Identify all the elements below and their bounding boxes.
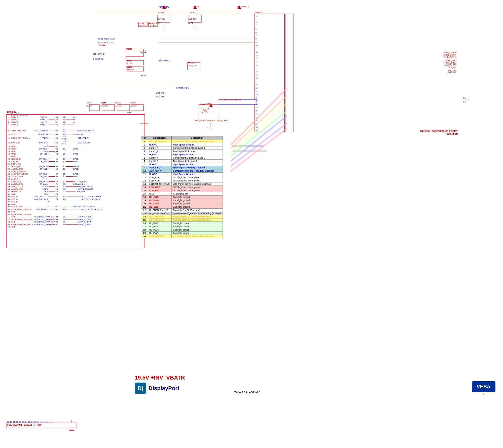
table-ref: Table 5-3 in eDP v1.2 (234, 391, 261, 394)
table-header-pin: Pin (141, 136, 148, 140)
table-row: 20BL_GNDBacklight ground (141, 202, 223, 205)
bat54-label: BAT54 (140, 51, 146, 53)
cell-pin-25: 25 (141, 218, 148, 222)
cell-desc-9: True Signal Auxiliary Channel (172, 166, 223, 169)
cell-desc-14: LCD Panel Self Test Enable(Optional) (172, 182, 223, 186)
cell-pin-19: 19 (141, 199, 148, 202)
g2-label: G2 (463, 101, 466, 103)
r2108-value: 2K_5% (126, 62, 132, 64)
cell-signal-16: LCD_GND (148, 189, 172, 192)
vesa-box: VESA (472, 381, 495, 392)
r2186-label: R2186 (149, 22, 155, 24)
cell-pin-4: 4 (141, 150, 148, 153)
cell-desc-21: Backlight ground (172, 205, 223, 209)
cell-pin-23: 23 (141, 212, 148, 215)
cell-pin-27: 27 (141, 225, 148, 228)
table-row: 17HPDHPD signal pin (141, 192, 223, 196)
r2109-label: R2109 (126, 66, 132, 68)
cell-signal-13: LCD_VCC (148, 179, 172, 182)
cell-pin-20: 20 (141, 202, 148, 205)
cell-pin-11: 11 (141, 173, 148, 176)
lvds-signals: LVDSA_DATA#0 LVDSA_DATA#2 LVDSA_DATA#1 L… (443, 52, 456, 73)
cell-signal-22: BL ENABLE or NC (148, 209, 172, 212)
cell-desc-8: High Speed Ground (172, 163, 223, 166)
v5vkbl: +5VKBL (98, 44, 106, 46)
cn2007-bus-dots (11, 115, 27, 116)
cell-pin-5: 5 (141, 153, 148, 156)
c2142-label: C2142 (158, 11, 164, 14)
cell-signal-30: K_RESERVED (148, 235, 172, 238)
cell-pin-3: 3 (141, 146, 148, 150)
camera-on: CAMERA_ON (176, 87, 189, 89)
cell-pin-12: 12 (141, 176, 148, 179)
cell-desc-17: HPD signal pin (172, 192, 223, 196)
cell-pin-2: 2 (141, 143, 148, 146)
table-row: 15LCD_GNDLCD logic and driver ground (141, 186, 223, 189)
cell-pin-16: 16 (141, 189, 148, 192)
cell-desc-22: Backlight On/Off (Optional) (172, 209, 223, 212)
inv-vbatr-power: +INV_VBATR (237, 6, 249, 8)
c2141-value: 68pF_50V (188, 18, 196, 20)
cell-pin-15: 15 (141, 186, 148, 189)
table-row: 13LCD_VCCLCD logic and driver power (141, 179, 223, 182)
usb-p3m: USB_P3- (156, 96, 164, 98)
cell-desc-2: High Speed Ground (172, 143, 223, 146)
bottom-bus-nums: 12,-14,-15,-16,-17,-18,-24,-25,-27,-28,-… (7, 421, 55, 423)
cell-pin-10: 10 (141, 169, 148, 173)
table-row: 14LCD Self Test or NCLCD Panel Self Test… (141, 182, 223, 186)
cell-signal-3: Lane1_N (148, 146, 172, 150)
table-row: 11H_GNDHigh Speed Ground (141, 173, 223, 176)
c2185-note: for RF (127, 112, 131, 114)
svg-line-51 (231, 96, 287, 148)
cell-signal-9: AUX_CH_P (148, 166, 172, 169)
dp-icon: D| (135, 383, 146, 394)
dp-voltage: 19.5V +INV_VBATR (135, 375, 185, 381)
lvds-ddc-data: LVDS_DDC_DATA (98, 38, 115, 40)
c2147-label: 2147 (87, 102, 91, 104)
cell-pin-18: 18 (141, 196, 148, 199)
cell-desc-16: LCD logic and driver ground (172, 189, 223, 192)
lid-sw3: LID_SW#_3 (93, 53, 104, 55)
cell-pin-21: 21 (141, 205, 148, 209)
svg-rect-2 (254, 14, 284, 132)
cell-pin-29: 29 (141, 232, 148, 235)
cell-desc-19: Backlight ground (172, 199, 223, 202)
table-row: 6Lane0_NComplement Signal Link Lane 0 (141, 156, 223, 160)
cell-pin-28: 28 (141, 228, 148, 232)
v5s-power: +V5S (206, 102, 211, 105)
svg-line-54 (231, 116, 287, 161)
r2186-value: 4.7K_5% (149, 25, 156, 27)
cell-signal-14: LCD Self Test or NC (148, 182, 172, 186)
optional-note: Optional, depending on display resolutio… (420, 130, 458, 135)
c2145-value: 0.1uF_16V (115, 105, 122, 107)
svg-line-16 (201, 108, 209, 113)
ps-label: PS_PW100009_401000R_40P (218, 99, 242, 101)
c2086-label: C2086 (188, 62, 194, 64)
svg-line-56 (231, 128, 287, 171)
cell-signal-25: NC - Reserved (148, 218, 172, 222)
v3s-power-1: +V3S (161, 6, 166, 8)
r2108-label: R2108 (126, 60, 132, 62)
lvds-ddc-clk: LVDS_DDC_CLK (98, 42, 114, 44)
g1-label: G1 (463, 97, 466, 99)
cell-desc-7: True Signal Link Lane 0 (172, 160, 223, 163)
dp-logo-text: DisplayPort (149, 385, 179, 392)
cell-signal-2: H_GND (148, 143, 172, 146)
cell-desc-30: RESERVED for LCD manufacturer's use (172, 235, 223, 238)
cell-desc-3: Complement Signal Link Lane 1 (172, 146, 223, 150)
cell-signal-7: Lane0_P (148, 160, 172, 163)
c2144-value: 0.01uF_50V (100, 105, 108, 107)
r2187-label: R2187 (138, 22, 144, 24)
table-header-description: Description (172, 136, 223, 140)
cell-signal-28: BL_PWR (148, 228, 172, 232)
table-row: 29BL_PWRBacklight power (141, 232, 223, 235)
dp-info-area: 19.5V +INV_VBATR D| DisplayPort (135, 375, 185, 394)
table-header-signal: Signal Name (148, 136, 172, 140)
table-row: 10AUX_CH_NComplement Signal Auxiliary Ch… (141, 169, 223, 173)
table-row: 7Lane0_PTrue Signal Link Lane 0 (141, 160, 223, 163)
cell-desc-28: Backlight power (172, 228, 223, 232)
svg-line-50 (231, 88, 287, 145)
inv-pwm3: INV_PWM_3 (159, 60, 170, 62)
schematic-container: C2142 68pF_50V for RF C2141 68pF_50V for… (0, 0, 503, 448)
cell-pin-1: 1 (141, 140, 148, 143)
